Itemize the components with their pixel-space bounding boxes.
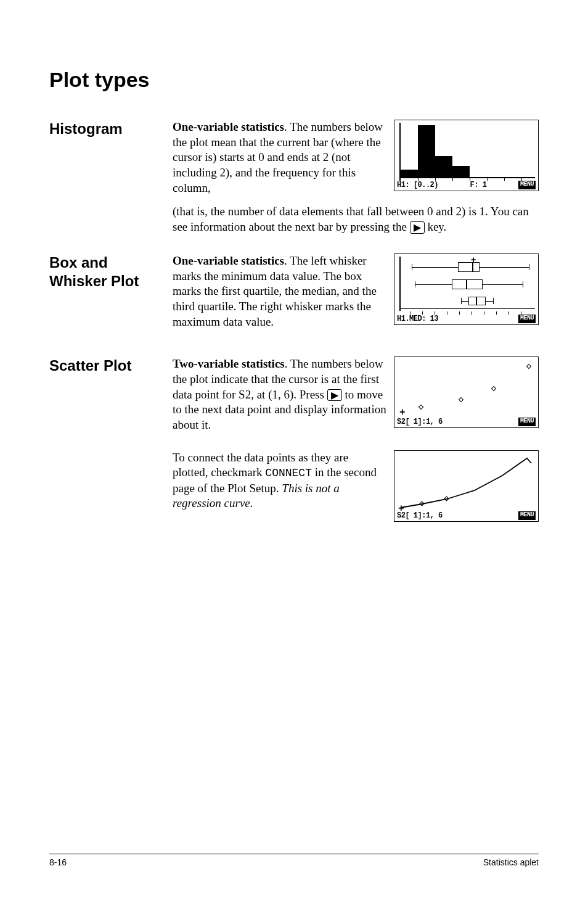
histogram-p2b: key.: [425, 220, 447, 233]
connected-scatter-screen: + S2[ 1]:1, 6 MENU: [394, 450, 539, 522]
scatter-label: Scatter Plot: [49, 357, 154, 521]
section-scatter: Scatter Plot Two-variable statistics. Th…: [49, 357, 539, 521]
boxwhisker-para1: One-variable statistics. The left whiske…: [173, 254, 386, 329]
histogram-para2: (that is, the number of data elements th…: [173, 204, 539, 234]
connect-option: CONNECT: [265, 467, 312, 479]
histogram-status-mid: F: 1: [470, 181, 487, 189]
boxwhisker-status-left: H1.MED: 13: [397, 315, 438, 323]
right-arrow-key-icon: ▶: [327, 389, 342, 402]
scatter-content: Two-variable statistics. The numbers bel…: [173, 357, 539, 521]
connected-scatter-status-left: S2[ 1]:1, 6: [397, 511, 443, 520]
footer-rule: [49, 854, 539, 854]
boxwhisker-lead-bold: One-variable statistics: [173, 254, 284, 267]
boxwhisker-content: One-variable statistics. The left whiske…: [173, 254, 539, 338]
menu-box: MENU: [518, 418, 536, 426]
scatter-screen: + S2[ 1]:1, 6 MENU: [394, 357, 539, 428]
scatter-status-left: S2[ 1]:1, 6: [397, 418, 443, 426]
aplet-name: Statistics aplet: [483, 857, 539, 867]
histogram-screen: H1: [0..2) F: 1 MENU: [394, 120, 539, 191]
scatter-para2: To connect the data points as they are p…: [173, 450, 386, 511]
menu-box: MENU: [518, 315, 536, 323]
histogram-p2a: (that is, the number of data elements th…: [173, 205, 529, 233]
menu-box: MENU: [518, 181, 536, 189]
page-title: Plot types: [49, 68, 539, 92]
histogram-lead-bold: One-variable statistics: [173, 120, 284, 133]
histogram-content: One-variable statistics. The numbers bel…: [173, 120, 539, 235]
right-arrow-key-icon: ▶: [410, 221, 425, 234]
scatter-para1: Two-variable statistics. The numbers bel…: [173, 357, 386, 432]
scatter-lead-bold: Two-variable statistics: [173, 357, 285, 370]
histogram-label: Histogram: [49, 120, 154, 235]
menu-box: MENU: [518, 511, 536, 520]
boxwhisker-screen: +: [394, 254, 539, 325]
page-footer: 8-16 Statistics aplet: [49, 854, 539, 867]
cursor-cross-icon: +: [399, 408, 406, 418]
boxwhisker-label: Box and Whisker Plot: [49, 254, 154, 338]
histogram-para1: One-variable statistics. The numbers bel…: [173, 120, 386, 196]
page-number: 8-16: [49, 857, 67, 867]
section-histogram: Histogram One-variable statistics. The n…: [49, 120, 539, 235]
histogram-status-left: H1: [0..2): [397, 181, 438, 189]
section-boxwhisker: Box and Whisker Plot One-variable statis…: [49, 254, 539, 338]
